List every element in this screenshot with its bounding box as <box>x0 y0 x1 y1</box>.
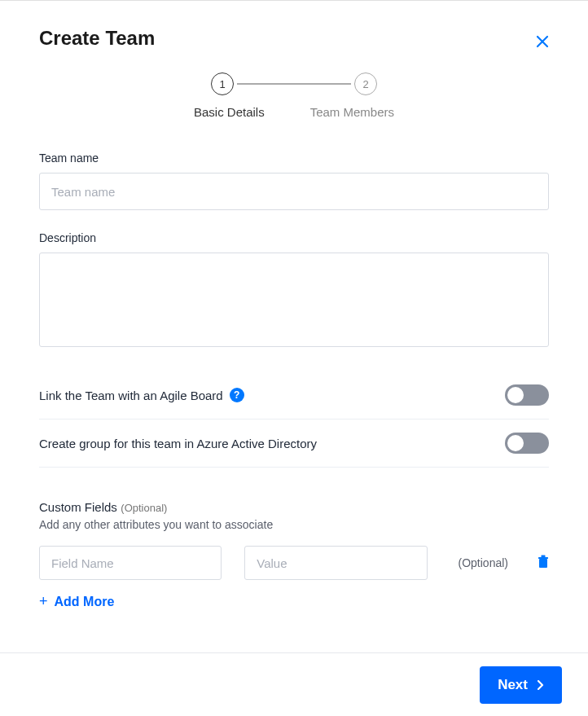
svg-rect-0 <box>538 557 548 559</box>
custom-field-value-input[interactable] <box>244 546 427 580</box>
plus-icon: + <box>39 593 48 610</box>
stepper: 1 2 <box>39 72 549 95</box>
step-1[interactable]: 1 <box>211 72 234 95</box>
add-more-button[interactable]: + Add More <box>39 593 549 610</box>
chevron-right-icon <box>538 680 544 690</box>
step-2-label: Team Members <box>310 105 394 119</box>
description-input[interactable] <box>39 253 549 347</box>
azure-ad-toggle[interactable] <box>505 433 549 454</box>
step-labels: Basic Details Team Members <box>39 105 549 119</box>
link-agile-row: Link the Team with an Agile Board ? <box>39 371 549 419</box>
azure-ad-label: Create group for this team in Azure Acti… <box>39 437 317 450</box>
footer: Next <box>0 652 588 716</box>
svg-rect-1 <box>539 559 547 568</box>
toggle-knob <box>507 387 524 403</box>
next-button-label: Next <box>498 677 528 693</box>
toggle-knob <box>507 435 524 451</box>
step-2-circle: 2 <box>354 72 377 95</box>
custom-fields-heading: Custom Fields (Optional) <box>39 500 549 515</box>
link-agile-text: Link the Team with an Agile Board <box>39 389 223 402</box>
link-agile-label: Link the Team with an Agile Board ? <box>39 388 244 402</box>
add-more-label: Add More <box>55 595 115 609</box>
team-name-label: Team name <box>39 152 549 165</box>
help-icon[interactable]: ? <box>230 388 244 402</box>
close-icon <box>536 35 549 48</box>
step-line <box>237 83 351 85</box>
page-title: Create Team <box>39 27 155 50</box>
custom-fields-optional: (Optional) <box>121 502 167 514</box>
delete-field-button[interactable] <box>538 555 549 571</box>
step-1-label: Basic Details <box>194 105 265 119</box>
azure-ad-row: Create group for this team in Azure Acti… <box>39 419 549 468</box>
step-1-circle: 1 <box>211 72 234 95</box>
custom-fields-subtitle: Add any other attributes you want to ass… <box>39 518 549 531</box>
trash-icon <box>538 555 549 568</box>
custom-field-row: (Optional) <box>39 546 549 580</box>
custom-field-optional-text: (Optional) <box>459 556 508 569</box>
description-label: Description <box>39 231 549 244</box>
next-button[interactable]: Next <box>480 666 562 704</box>
step-2[interactable]: 2 <box>354 72 377 95</box>
link-agile-toggle[interactable] <box>505 384 549 406</box>
custom-field-name-input[interactable] <box>39 546 222 580</box>
close-button[interactable] <box>536 32 549 53</box>
svg-rect-2 <box>542 556 546 558</box>
team-name-input[interactable] <box>39 173 549 210</box>
custom-fields-title: Custom Fields <box>39 500 117 514</box>
custom-fields-section: Custom Fields (Optional) Add any other a… <box>39 500 549 610</box>
